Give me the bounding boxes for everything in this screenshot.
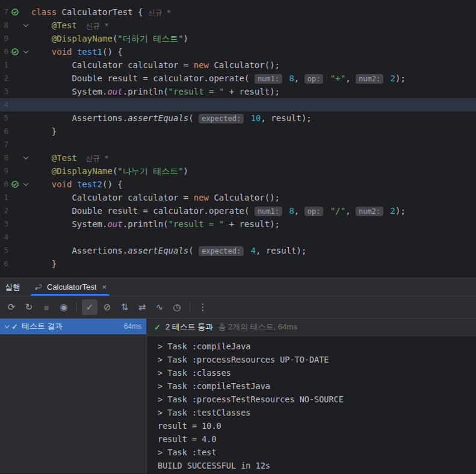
code-text: @Test 신규 *: [31, 19, 109, 32]
show-passed-icon[interactable]: ✓: [82, 299, 97, 315]
test-duration: 64ms: [124, 322, 141, 331]
console-line: > Task :testClasses: [158, 406, 476, 419]
expand-all-icon[interactable]: ⇄: [134, 299, 150, 315]
editor-line[interactable]: 7: [0, 138, 476, 151]
code-text: Assertions.assertEquals( expected: 4, re…: [31, 244, 306, 257]
gutter: 5: [0, 244, 31, 257]
console-line: > Task :classes: [158, 366, 476, 379]
editor-line[interactable]: 2 Double result = calculator.operate( nu…: [0, 72, 476, 85]
run-toolbar: ⟳↻■◉✓⊘⇅⇄∿◷⋮: [0, 296, 476, 319]
editor-line[interactable]: 6 }: [0, 257, 476, 270]
code-text: }: [31, 257, 57, 270]
fold-chevron-icon[interactable]: [21, 182, 31, 186]
editor-line[interactable]: 1 Calculator calculator = new Calculator…: [0, 58, 476, 72]
line-number: 5: [0, 111, 8, 125]
editor-line[interactable]: 4: [0, 231, 476, 244]
gutter: 7: [0, 138, 31, 151]
editor-line[interactable]: 8 @Test 신규 *: [0, 151, 476, 164]
toolbar-separator: [190, 302, 190, 313]
code-text: void test1() {: [31, 45, 123, 58]
more-options-icon[interactable]: ⋮: [195, 299, 211, 315]
editor-line[interactable]: 3 System.out.println("result = " + resul…: [0, 85, 476, 98]
editor-line[interactable]: 7class CalculatorTest { 신규 *: [0, 5, 476, 19]
gutter: 3: [0, 85, 31, 98]
console-line: > Task :test: [158, 446, 476, 459]
console-output[interactable]: > Task :compileJava> Task :processResour…: [147, 336, 476, 473]
test-pass-icon[interactable]: [8, 181, 21, 188]
console-line: > Task :compileTestJava: [158, 379, 476, 393]
code-text: Calculator calculator = new Calculator()…: [31, 58, 280, 72]
line-number: 9: [0, 164, 8, 178]
code-editor[interactable]: 7class CalculatorTest { 신규 *8 @Test 신규 *…: [0, 0, 476, 278]
editor-line[interactable]: 6 }: [0, 125, 476, 138]
tab-title: CalculatorTest: [47, 282, 96, 292]
rerun-icon[interactable]: ⟳: [4, 299, 19, 315]
editor-line[interactable]: 9 @DisplayName("더하기 테스트"): [0, 32, 476, 45]
test-result-row[interactable]: ✓테스트 결과64ms: [0, 319, 146, 334]
test-results-tree: ✓테스트 결과64ms: [0, 319, 147, 473]
stop-icon: ■: [39, 299, 54, 315]
tab-calculatortest[interactable]: CalculatorTest ×: [28, 278, 113, 296]
summary-detail: 총 2개의 테스트, 64ms: [218, 322, 297, 332]
show-ignored-icon[interactable]: ⊘: [99, 299, 115, 315]
gutter: 9: [0, 32, 31, 45]
gutter: 6: [0, 125, 31, 138]
editor-line[interactable]: 0 void test2() {: [0, 178, 476, 191]
fold-chevron-icon[interactable]: [21, 23, 31, 27]
fold-chevron-icon[interactable]: [21, 50, 31, 54]
summary-status: 2 테스트 통과: [165, 322, 213, 332]
console-line: > Task :compileJava: [158, 340, 476, 353]
line-number: 0: [0, 45, 8, 58]
show-statistics-icon[interactable]: ∿: [152, 299, 167, 315]
line-number: 4: [0, 231, 8, 244]
code-text: Double result = calculator.operate( num1…: [31, 204, 406, 217]
editor-line[interactable]: 3 System.out.println("result = " + resul…: [0, 217, 476, 231]
gutter: 8: [0, 19, 31, 32]
line-number: 3: [0, 85, 8, 98]
console-line: > Task :processTestResources NO-SOURCE: [158, 393, 476, 406]
code-text: }: [31, 125, 57, 138]
test-history-icon[interactable]: ◷: [169, 299, 185, 315]
sort-by-duration-icon[interactable]: ⇅: [117, 299, 132, 315]
code-text: Assertions.assertEquals( expected: 10, r…: [31, 111, 312, 125]
editor-lines: 7class CalculatorTest { 신규 *8 @Test 신규 *…: [0, 5, 476, 270]
chevron-down-icon[interactable]: [4, 323, 9, 328]
rerun-failed-tests-icon[interactable]: ↻: [21, 299, 37, 315]
line-number: 2: [0, 204, 8, 217]
run-content: ✓테스트 결과64ms ✓ 2 테스트 통과 총 2개의 테스트, 64ms >…: [0, 319, 476, 473]
editor-line[interactable]: 8 @Test 신규 *: [0, 19, 476, 32]
console-line: > Task :processResources UP-TO-DATE: [158, 353, 476, 366]
code-text: void test2() {: [31, 178, 123, 191]
test-result-label: 테스트 결과: [22, 321, 63, 332]
editor-line[interactable]: 9 @DisplayName("나누기 테스트"): [0, 164, 476, 178]
line-number: 0: [0, 178, 8, 191]
gutter: 1: [0, 58, 31, 72]
code-text: @Test 신규 *: [31, 151, 109, 164]
toggle-auto-test-icon[interactable]: ◉: [56, 299, 72, 315]
code-text: System.out.println("result = " + result)…: [31, 217, 280, 231]
test-pass-icon[interactable]: [8, 48, 21, 55]
code-text: Double result = calculator.operate( num1…: [31, 72, 406, 85]
editor-line[interactable]: 0 void test1() {: [0, 45, 476, 58]
active-tab-underline: [31, 294, 110, 296]
close-icon[interactable]: ×: [102, 282, 107, 292]
test-passed-icon: ✓: [11, 322, 18, 331]
line-number: 7: [0, 5, 8, 19]
gutter: 8: [0, 151, 31, 164]
gutter: 0: [0, 45, 31, 58]
gutter: 2: [0, 204, 31, 217]
console-pane: ✓ 2 테스트 통과 총 2개의 테스트, 64ms > Task :compi…: [147, 319, 476, 473]
editor-caret-line[interactable]: 4: [0, 98, 476, 111]
console-line: result = 4.0: [158, 432, 476, 446]
gutter: 7: [0, 5, 31, 19]
fold-chevron-icon[interactable]: [21, 156, 31, 160]
editor-line[interactable]: 5 Assertions.assertEquals( expected: 4, …: [0, 244, 476, 257]
editor-line[interactable]: 2 Double result = calculator.operate( nu…: [0, 204, 476, 217]
editor-line[interactable]: 1 Calculator calculator = new Calculator…: [0, 191, 476, 204]
test-pass-icon[interactable]: [8, 8, 21, 16]
line-number: 1: [0, 58, 8, 72]
editor-line[interactable]: 5 Assertions.assertEquals( expected: 10,…: [0, 111, 476, 125]
gutter: 4: [0, 231, 31, 244]
line-number: 3: [0, 217, 8, 231]
code-text: Calculator calculator = new Calculator()…: [31, 191, 280, 204]
